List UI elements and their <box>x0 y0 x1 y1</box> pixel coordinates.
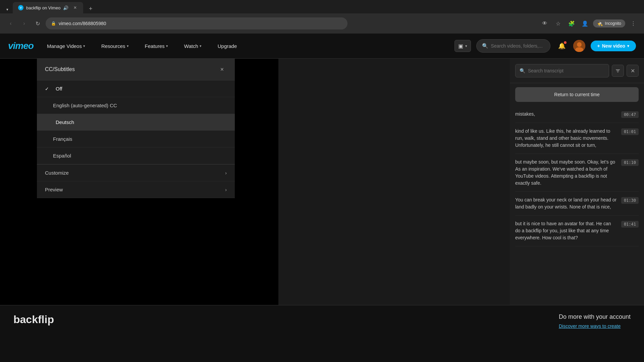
new-video-chevron: ▾ <box>627 44 629 48</box>
notifications-button[interactable]: 🔔 <box>556 40 568 52</box>
cc-preview-label: Preview <box>45 187 63 192</box>
nav-chevron-watch: ▾ <box>200 44 202 48</box>
nav-chevron-manage: ▾ <box>83 44 85 48</box>
nav-manage-videos[interactable]: Manage Videos ▾ <box>44 41 88 52</box>
svg-point-1 <box>577 42 582 47</box>
transcript-entry-0[interactable]: mistakes, 00:47 <box>515 106 639 123</box>
notification-badge <box>564 41 567 44</box>
transcript-text-3: You can break your neck or land on your … <box>515 196 617 210</box>
forward-button[interactable]: › <box>19 18 30 29</box>
new-video-button[interactable]: + New video ▾ <box>591 41 636 51</box>
cc-option-english-auto[interactable]: English (auto-generated) CC <box>37 97 235 114</box>
vimeo-logo[interactable]: vimeo <box>8 41 34 51</box>
cc-panel-title: CC/Subtitles <box>45 66 75 72</box>
cc-subtitles-panel: CC/Subtitles × ✓ Off English (auto-gener… <box>37 59 235 198</box>
menu-icon[interactable]: ⋮ <box>628 18 639 29</box>
bookmark-icon[interactable]: ☆ <box>553 18 564 29</box>
tab-title: backflip on Vimeo <box>26 5 60 10</box>
screen-reader-icon[interactable]: 👁 <box>539 18 550 29</box>
nav-chevron-resources: ▾ <box>127 44 129 48</box>
transcript-time-2: 01:10 <box>621 159 639 166</box>
search-bar[interactable]: 🔍 <box>476 39 550 53</box>
cc-option-espanol[interactable]: Español <box>37 147 235 164</box>
back-button[interactable]: ‹ <box>5 18 16 29</box>
transcript-text-1: kind of like us. Like this, he already l… <box>515 128 617 149</box>
avatar[interactable] <box>573 40 585 52</box>
tab-favicon: V <box>18 5 23 10</box>
cc-panel-header: CC/Subtitles × <box>37 59 235 80</box>
transcript-header: 🔍 ✕ <box>510 59 644 83</box>
transcript-entry-1[interactable]: kind of like us. Like this, he already l… <box>515 123 639 154</box>
nav-upgrade[interactable]: Upgrade <box>215 41 240 52</box>
video-title: backflip <box>13 313 54 326</box>
nav-watch[interactable]: Watch ▾ <box>181 41 204 52</box>
do-more-link[interactable]: Discover more ways to create <box>559 323 621 329</box>
nav-chevron-features: ▾ <box>166 44 168 48</box>
new-video-label: New video <box>602 43 625 49</box>
transcript-entries: mistakes, 00:47 kind of like us. Like th… <box>510 106 644 246</box>
cc-close-button[interactable]: × <box>217 65 227 74</box>
workspace-selector[interactable]: ▣ ▾ <box>454 40 471 52</box>
return-to-current-time-button[interactable]: Return to current time <box>515 87 639 102</box>
transcript-entry-3[interactable]: You can break your neck or land on your … <box>515 192 639 216</box>
tab-list-dropdown[interactable]: ▾ <box>3 5 11 13</box>
cc-customize-label: Customize <box>45 170 69 176</box>
do-more-area: Do more with your account Discover more … <box>559 313 631 329</box>
transcript-time-1: 01:01 <box>621 128 639 135</box>
nav-resources[interactable]: Resources ▾ <box>99 41 131 52</box>
browser-nav: ‹ › ↻ 🔒 vimeo.com/868805980 👁 ☆ 🧩 👤 🕵 In… <box>0 13 644 34</box>
transcript-time-3: 01:30 <box>621 197 639 204</box>
transcript-text-0: mistakes, <box>515 111 617 118</box>
transcript-close-button[interactable]: ✕ <box>627 65 639 77</box>
transcript-time-0: 00:47 <box>621 111 639 118</box>
new-video-plus-icon: + <box>597 43 600 49</box>
browser-chrome: ▾ V backflip on Vimeo 🔊 ✕ + ‹ › ↻ 🔒 vime… <box>0 0 644 34</box>
workspace-icon: ▣ <box>458 43 463 49</box>
transcript-entry-4[interactable]: but it is nice to have an avatar for tha… <box>515 216 639 246</box>
cc-option-francais[interactable]: Français <box>37 131 235 147</box>
incognito-label: Incognito <box>605 21 621 26</box>
header-right: ▣ ▾ 🔍 🔔 + New video ▾ <box>454 39 636 53</box>
lock-icon: 🔒 <box>51 21 56 26</box>
main-content: CC/Subtitles × ✓ Off English (auto-gener… <box>0 59 644 362</box>
transcript-entry-2[interactable]: but maybe soon, but maybe soon. Okay, le… <box>515 154 639 192</box>
transcript-text-4: but it is nice to have an avatar for tha… <box>515 220 617 241</box>
search-icon: 🔍 <box>482 43 488 49</box>
cc-preview-expandable[interactable]: Preview › <box>37 181 235 198</box>
do-more-title: Do more with your account <box>559 313 631 320</box>
cc-menu: ✓ Off English (auto-generated) CC ✓ Deut… <box>37 80 235 198</box>
tab-audio-icon: 🔊 <box>63 5 68 10</box>
vimeo-header: vimeo Manage Videos ▾ Resources ▾ Featur… <box>0 34 644 59</box>
cc-preview-chevron: › <box>225 187 227 192</box>
address-text: vimeo.com/868805980 <box>59 21 106 26</box>
transcript-search-input[interactable] <box>528 68 605 73</box>
transcript-search-box[interactable]: 🔍 <box>515 64 609 77</box>
video-title-area: backflip <box>13 313 54 326</box>
refresh-button[interactable]: ↻ <box>32 18 43 29</box>
cc-option-deutsch[interactable]: ✓ Deutsch <box>37 114 235 131</box>
check-icon: ✓ <box>45 86 52 92</box>
svg-rect-5 <box>617 72 619 72</box>
profile-icon[interactable]: 👤 <box>580 18 590 29</box>
cc-customize-chevron: › <box>225 170 227 176</box>
search-input[interactable] <box>491 43 545 49</box>
incognito-icon: 🕵 <box>597 21 603 26</box>
transcript-filter-button[interactable] <box>612 65 624 77</box>
transcript-search-icon: 🔍 <box>520 68 525 73</box>
transcript-time-4: 01:41 <box>621 221 639 228</box>
tab-close-button[interactable]: ✕ <box>72 5 78 10</box>
cc-option-off[interactable]: ✓ Off <box>37 80 235 97</box>
active-tab[interactable]: V backflip on Vimeo 🔊 ✕ <box>13 2 83 13</box>
svg-rect-4 <box>616 71 619 71</box>
browser-actions: 👁 ☆ 🧩 👤 🕵 Incognito ⋮ <box>539 18 639 29</box>
extensions-icon[interactable]: 🧩 <box>566 18 577 29</box>
incognito-badge: 🕵 Incognito <box>593 19 625 27</box>
bottom-bar: backflip Do more with your account Disco… <box>0 305 644 362</box>
cc-customize-expandable[interactable]: Customize › <box>37 165 235 181</box>
browser-tabs: ▾ V backflip on Vimeo 🔊 ✕ + <box>0 0 644 13</box>
new-tab-button[interactable]: + <box>86 4 95 13</box>
nav-features[interactable]: Features ▾ <box>142 41 171 52</box>
svg-rect-3 <box>616 69 620 70</box>
transcript-text-2: but maybe soon, but maybe soon. Okay, le… <box>515 159 617 187</box>
address-bar[interactable]: 🔒 vimeo.com/868805980 <box>46 17 347 29</box>
